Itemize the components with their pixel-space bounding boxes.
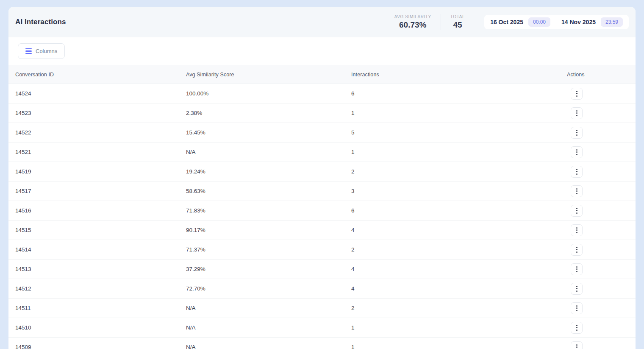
kebab-menu-icon [576, 266, 577, 272]
interactions-cell: 2 [344, 162, 560, 181]
avg-similarity-cell: 100.00% [179, 84, 344, 103]
actions-cell [560, 279, 636, 299]
table-row: 1451671.83%6 [8, 201, 636, 221]
actions-cell [560, 240, 636, 260]
conversation-id-cell: 14519 [8, 162, 179, 181]
page: AI Interactions AVG SIMILARITY 60.73% TO… [0, 0, 644, 349]
conversation-id-cell: 14510 [8, 318, 179, 338]
kebab-menu-icon [576, 227, 577, 233]
row-actions-button[interactable] [571, 302, 583, 314]
actions-cell [560, 201, 636, 221]
table-row: 1451919.24%2 [8, 162, 636, 181]
table-row: 14510N/A1 [8, 318, 636, 338]
conversation-id-cell: 14515 [8, 221, 179, 240]
conversation-id-cell: 14523 [8, 103, 179, 123]
actions-cell [560, 181, 636, 201]
actions-cell [560, 84, 636, 103]
conversation-id-cell: 14524 [8, 84, 179, 103]
interactions-cell: 1 [344, 142, 560, 162]
avg-similarity-cell: N/A [179, 338, 344, 349]
interactions-cell: 3 [344, 181, 560, 201]
kebab-menu-icon [576, 188, 577, 194]
conversation-id-cell: 14513 [8, 260, 179, 279]
row-actions-button[interactable] [571, 205, 583, 217]
actions-cell [560, 260, 636, 279]
avg-similarity-cell: 72.70% [179, 279, 344, 299]
columns-button[interactable]: Columns [18, 43, 65, 59]
table-row: 14524100.00%6 [8, 84, 636, 103]
conversation-id-cell: 14514 [8, 240, 179, 260]
avg-similarity-cell: N/A [179, 299, 344, 318]
table-row: 1451590.17%4 [8, 221, 636, 240]
stat-avg-similarity-label: AVG SIMILARITY [394, 14, 431, 19]
avg-similarity-cell: 71.37% [179, 240, 344, 260]
interactions-cell: 5 [344, 123, 560, 142]
start-date[interactable]: 16 Oct 2025 [490, 19, 523, 25]
avg-similarity-cell: 15.45% [179, 123, 344, 142]
row-actions-button[interactable] [571, 88, 583, 100]
row-actions-button[interactable] [571, 127, 583, 139]
table-header-row: Conversation ID Avg Similarity Score Int… [8, 65, 636, 84]
table-head: Conversation ID Avg Similarity Score Int… [8, 65, 636, 84]
avg-similarity-cell: 19.24% [179, 162, 344, 181]
avg-similarity-cell: 90.17% [179, 221, 344, 240]
toolbar: Columns [8, 37, 636, 65]
table-body: 14524100.00%6145232.38%11452215.45%51452… [8, 84, 636, 349]
table-row: 1451337.29%4 [8, 260, 636, 279]
col-header-interactions: Interactions [344, 65, 560, 84]
row-actions-button[interactable] [571, 283, 583, 295]
avg-similarity-cell: 58.63% [179, 181, 344, 201]
table-row: 1451758.63%3 [8, 181, 636, 201]
row-actions-button[interactable] [571, 185, 583, 197]
interactions-cell: 6 [344, 201, 560, 221]
row-actions-button[interactable] [571, 322, 583, 334]
end-time-pill[interactable]: 23:59 [601, 17, 623, 27]
kebab-menu-icon [576, 286, 577, 292]
col-header-actions: Actions [560, 65, 636, 84]
kebab-menu-icon [576, 208, 577, 214]
row-actions-button[interactable] [571, 341, 583, 349]
start-time-pill[interactable]: 00:00 [528, 17, 550, 27]
kebab-menu-icon [576, 130, 577, 136]
table-row: 1451471.37%2 [8, 240, 636, 260]
columns-button-label: Columns [36, 48, 57, 54]
row-actions-button[interactable] [571, 146, 583, 158]
avg-similarity-cell: 71.83% [179, 201, 344, 221]
table-row: 1451272.70%4 [8, 279, 636, 299]
actions-cell [560, 318, 636, 338]
conversation-id-cell: 14522 [8, 123, 179, 142]
date-range-picker[interactable]: 16 Oct 2025 00:00 14 Nov 2025 23:59 [484, 15, 629, 29]
end-date[interactable]: 14 Nov 2025 [561, 19, 596, 25]
avg-similarity-cell: N/A [179, 142, 344, 162]
stat-avg-similarity-value: 60.73% [394, 20, 431, 30]
actions-cell [560, 142, 636, 162]
kebab-menu-icon [576, 91, 577, 97]
actions-cell [560, 299, 636, 318]
avg-similarity-cell: 2.38% [179, 103, 344, 123]
row-actions-button[interactable] [571, 107, 583, 119]
col-header-avg-similarity-score: Avg Similarity Score [179, 65, 344, 84]
conversation-id-cell: 14511 [8, 299, 179, 318]
interactions-table: Conversation ID Avg Similarity Score Int… [8, 65, 636, 349]
actions-cell [560, 123, 636, 142]
interactions-cell: 4 [344, 260, 560, 279]
table-row: 14521N/A1 [8, 142, 636, 162]
ai-interactions-card: AI Interactions AVG SIMILARITY 60.73% TO… [8, 7, 636, 349]
row-actions-button[interactable] [571, 224, 583, 236]
conversation-id-cell: 14509 [8, 338, 179, 349]
interactions-cell: 1 [344, 103, 560, 123]
actions-cell [560, 162, 636, 181]
col-header-conversation-id: Conversation ID [8, 65, 179, 84]
table-row: 1452215.45%5 [8, 123, 636, 142]
header-stats-group: AVG SIMILARITY 60.73% TOTAL 45 16 Oct 20… [385, 14, 629, 30]
stat-avg-similarity: AVG SIMILARITY 60.73% [385, 14, 441, 30]
row-actions-button[interactable] [571, 244, 583, 256]
actions-cell [560, 103, 636, 123]
row-actions-button[interactable] [571, 263, 583, 275]
row-actions-button[interactable] [571, 166, 583, 178]
interactions-cell: 2 [344, 299, 560, 318]
actions-cell [560, 221, 636, 240]
interactions-cell: 2 [344, 240, 560, 260]
card-header: AI Interactions AVG SIMILARITY 60.73% TO… [8, 7, 636, 37]
interactions-cell: 6 [344, 84, 560, 103]
